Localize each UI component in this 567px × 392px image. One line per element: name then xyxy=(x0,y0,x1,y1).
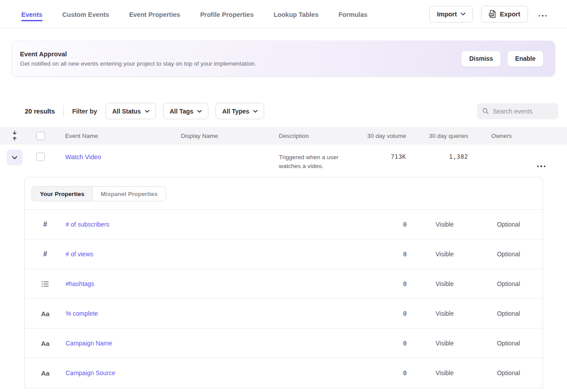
property-row: # # of views 0 Visible Optional xyxy=(25,239,543,269)
event-name-link[interactable]: Watch Video xyxy=(65,153,101,161)
search-input[interactable] xyxy=(493,108,553,115)
status-filter-dropdown[interactable]: All Status xyxy=(106,103,156,119)
list-type-icon xyxy=(42,281,49,287)
property-name-link[interactable]: # of views xyxy=(66,251,363,258)
filter-toolbar: 20 results Filter by All Status All Tags… xyxy=(25,103,558,119)
export-button-label: Export xyxy=(500,11,520,18)
search-icon xyxy=(482,107,489,115)
chevron-down-icon xyxy=(197,110,202,113)
tab-lookup-tables[interactable]: Lookup Tables xyxy=(274,1,318,27)
event-row-watch-video: Watch Video Triggered when a user watche… xyxy=(0,145,567,170)
column-30-day-queries: 30 day queries xyxy=(408,133,470,139)
property-visibility: Visible xyxy=(407,340,482,347)
divider xyxy=(63,106,64,117)
chevron-down-icon xyxy=(12,156,17,159)
types-filter-dropdown[interactable]: All Types xyxy=(215,103,264,119)
property-visibility: Visible xyxy=(407,221,482,228)
properties-tab-group: Your Properties Mixpanel Properties xyxy=(31,186,166,201)
property-name-link[interactable]: Campaign Name xyxy=(66,340,363,347)
property-name-link[interactable]: # of subscribers xyxy=(66,221,363,228)
property-requirement: Optional xyxy=(482,280,535,287)
tab-formulas[interactable]: Formulas xyxy=(339,1,368,27)
property-visibility: Visible xyxy=(407,251,482,258)
events-table: Event Name Display Name Description 30 d… xyxy=(0,127,567,170)
column-owners: Owners xyxy=(470,133,523,139)
property-visibility: Visible xyxy=(407,280,482,287)
csv-file-icon: csv xyxy=(489,10,497,18)
filter-by-label: Filter by xyxy=(72,108,97,115)
ellipsis-icon xyxy=(539,12,547,17)
banner-title: Event Approval xyxy=(20,51,461,58)
row-more-button[interactable] xyxy=(535,159,548,170)
property-queries: 0 xyxy=(363,369,407,376)
column-30-day-volume: 30 day volume xyxy=(356,133,408,139)
tab-event-properties[interactable]: Event Properties xyxy=(129,1,180,27)
event-approval-banner: Event Approval Get notified on all new e… xyxy=(12,41,555,76)
import-button[interactable]: Import xyxy=(429,6,473,23)
property-name-link[interactable]: % complete xyxy=(66,310,363,317)
tab-mixpanel-properties[interactable]: Mixpanel Properties xyxy=(92,186,166,201)
svg-text:csv: csv xyxy=(489,13,493,16)
column-display-name: Display Name xyxy=(174,133,272,139)
number-type-icon: # xyxy=(43,220,47,228)
search-events-box[interactable] xyxy=(477,103,558,119)
export-button[interactable]: csv Export xyxy=(481,6,528,23)
property-queries: 0 xyxy=(363,340,407,347)
property-visibility: Visible xyxy=(407,310,482,317)
results-count: 20 results xyxy=(25,108,55,115)
select-all-checkbox[interactable] xyxy=(36,132,45,140)
nav-actions: Import csv Export xyxy=(429,6,549,23)
tab-events[interactable]: Events xyxy=(21,1,43,27)
text-type-icon: Aa xyxy=(41,340,49,347)
property-requirement: Optional xyxy=(482,251,535,258)
property-requirement: Optional xyxy=(482,221,535,228)
property-queries: 0 xyxy=(363,221,407,228)
property-visibility: Visible xyxy=(407,369,482,376)
event-properties-panel: Your Properties Mixpanel Properties # # … xyxy=(24,177,543,388)
property-requirement: Optional xyxy=(482,310,535,317)
property-row: Aa Campaign Name 0 Visible Optional xyxy=(25,329,543,358)
event-volume: 713K xyxy=(356,145,408,160)
tab-your-properties[interactable]: Your Properties xyxy=(31,186,92,201)
nav-more-button[interactable] xyxy=(536,9,550,20)
collapse-row-button[interactable] xyxy=(7,149,23,165)
property-row: Aa Campaign Source 0 Visible Optional xyxy=(25,358,543,388)
property-name-link[interactable]: Campaign Source xyxy=(66,369,363,376)
ellipsis-icon xyxy=(537,162,546,167)
event-queries: 1,382 xyxy=(408,145,470,160)
table-header-row: Event Name Display Name Description 30 d… xyxy=(0,127,567,145)
property-row: #hashtags 0 Visible Optional xyxy=(25,269,543,299)
column-description: Description xyxy=(272,133,356,139)
property-row: # # of subscribers 0 Visible Optional xyxy=(25,210,543,239)
top-navigation: Events Custom Events Event Properties Pr… xyxy=(0,0,567,28)
property-queries: 0 xyxy=(363,280,407,287)
chevron-down-icon xyxy=(253,110,258,113)
property-queries: 0 xyxy=(363,310,407,317)
tab-profile-properties[interactable]: Profile Properties xyxy=(200,1,254,27)
chevron-down-icon xyxy=(461,12,465,16)
banner-description: Get notified on all new events entering … xyxy=(20,60,461,67)
import-button-label: Import xyxy=(437,11,457,18)
event-owners xyxy=(470,145,523,153)
property-queries: 0 xyxy=(363,251,407,258)
lexicon-tabs: Events Custom Events Event Properties Pr… xyxy=(21,1,368,27)
property-requirement: Optional xyxy=(482,369,535,376)
enable-button[interactable]: Enable xyxy=(507,51,544,67)
property-requirement: Optional xyxy=(482,340,535,347)
dismiss-button[interactable]: Dismiss xyxy=(461,51,501,67)
number-type-icon: # xyxy=(43,250,47,258)
property-row: Aa % complete 0 Visible Optional xyxy=(25,299,543,329)
text-type-icon: Aa xyxy=(41,369,49,377)
event-display-name xyxy=(174,145,272,153)
column-event-name: Event Name xyxy=(58,133,174,139)
property-name-link[interactable]: #hashtags xyxy=(66,280,363,287)
text-type-icon: Aa xyxy=(41,310,49,318)
event-description: Triggered when a user watches a video. xyxy=(279,153,356,170)
tab-custom-events[interactable]: Custom Events xyxy=(63,1,109,27)
tags-filter-dropdown[interactable]: All Tags xyxy=(163,103,208,119)
chevron-down-icon xyxy=(145,110,149,113)
collapse-all-icon[interactable] xyxy=(11,130,18,141)
row-checkbox[interactable] xyxy=(36,153,45,161)
